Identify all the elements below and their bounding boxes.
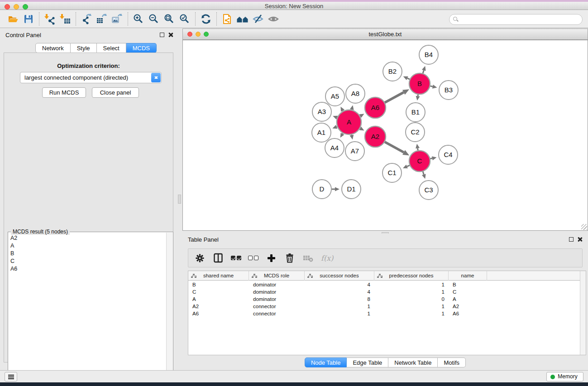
- refresh-button[interactable]: [198, 12, 214, 26]
- table-cell[interactable]: A6: [188, 310, 249, 318]
- column-header-shared-name[interactable]: shared name: [188, 271, 249, 281]
- network-canvas[interactable]: B4B2BB3A5A8A6B1A3AA1C2A2A4A7C4CC1C3DD1: [182, 40, 588, 231]
- mcds-result-scrollbar[interactable]: [166, 233, 172, 385]
- table-row-C[interactable]: Cdominator41C: [188, 289, 581, 296]
- table-cell[interactable]: A6: [449, 310, 487, 318]
- zoom-out-button[interactable]: [146, 12, 162, 26]
- table-settings-button[interactable]: [194, 252, 206, 264]
- first-neighbors-button[interactable]: [235, 12, 250, 26]
- table-row-A2[interactable]: A2connector11A2: [188, 303, 581, 310]
- table-cell[interactable]: C: [449, 289, 487, 296]
- graph-edge-C-C3[interactable]: [423, 172, 424, 175]
- zoom-selected-button[interactable]: [177, 12, 192, 26]
- open-session-button[interactable]: [5, 12, 21, 26]
- search-input[interactable]: [449, 14, 583, 25]
- memory-button[interactable]: Memory: [546, 372, 583, 381]
- table-cell[interactable]: 4: [305, 281, 374, 289]
- graph-edge-B-B4[interactable]: [423, 70, 424, 73]
- close-panel-icon[interactable]: [168, 32, 173, 38]
- save-session-button[interactable]: [21, 12, 36, 26]
- table-row-A6[interactable]: A6connector11A6: [188, 310, 581, 318]
- table-cell[interactable]: C: [188, 289, 249, 296]
- tab-node-table[interactable]: Node Table: [305, 357, 347, 367]
- delete-column-button[interactable]: [284, 252, 296, 264]
- table-cell[interactable]: A2: [188, 303, 249, 310]
- table-cell[interactable]: dominator: [249, 289, 305, 296]
- graph-edge-C-C1[interactable]: [407, 165, 410, 166]
- table-cell[interactable]: dominator: [249, 296, 305, 303]
- mcds-result-item[interactable]: A2: [8, 234, 166, 242]
- tab-motifs[interactable]: Motifs: [438, 357, 466, 367]
- import-table-button[interactable]: [57, 12, 73, 26]
- tab-network[interactable]: Network: [35, 43, 71, 53]
- import-network-button[interactable]: [42, 12, 57, 26]
- show-column-button[interactable]: [212, 252, 224, 264]
- delete-table-button-disabled[interactable]: [302, 252, 314, 264]
- tab-mcds[interactable]: MCDS: [126, 43, 157, 53]
- mcds-result-item[interactable]: A: [8, 242, 166, 249]
- optimization-criterion-dropdown[interactable]: largest connected component (directed): [20, 72, 162, 83]
- column-header-predecessor-nodes[interactable]: predecessor nodes: [374, 271, 449, 281]
- table-scrollbar[interactable]: [580, 271, 586, 355]
- unselect-all-columns-button[interactable]: [248, 256, 258, 260]
- graph-edge-B-B2[interactable]: [407, 78, 410, 79]
- mcds-result-item[interactable]: A6: [8, 265, 166, 272]
- table-float-panel-icon[interactable]: [569, 237, 574, 242]
- function-builder-button[interactable]: f(x): [321, 254, 333, 262]
- export-image-button[interactable]: [110, 12, 125, 26]
- table-cell[interactable]: B: [449, 281, 487, 289]
- table-cell[interactable]: 4: [305, 289, 374, 296]
- table-cell[interactable]: 1: [374, 281, 449, 289]
- graph-edge-B-B3[interactable]: [430, 86, 432, 86]
- table-close-panel-icon[interactable]: [577, 237, 583, 242]
- table-cell[interactable]: connector: [249, 303, 305, 310]
- mcds-result-list: A2ABCA6: [8, 234, 166, 385]
- tab-edge-table[interactable]: Edge Table: [347, 357, 388, 367]
- zoom-in-button[interactable]: [131, 12, 146, 26]
- show-all-button[interactable]: [266, 12, 281, 26]
- mcds-result-item[interactable]: C: [8, 257, 166, 265]
- table-cell[interactable]: 1: [374, 310, 449, 318]
- table-cell[interactable]: dominator: [249, 281, 305, 289]
- close-panel-button[interactable]: Close panel: [92, 87, 139, 98]
- network-graph: B4B2BB3A5A8A6B1A3AA1C2A2A4A7C4CC1C3DD1: [183, 40, 588, 230]
- column-header-successor-nodes[interactable]: successor nodes: [305, 271, 374, 281]
- table-cell[interactable]: 1: [374, 303, 449, 310]
- table-cell[interactable]: 8: [305, 296, 374, 303]
- zoom-fit-button[interactable]: [162, 12, 177, 26]
- graph-edge-B-B1[interactable]: [418, 95, 418, 96]
- export-table-button[interactable]: [94, 12, 110, 26]
- window-resize-grip[interactable]: [581, 224, 587, 230]
- select-all-columns-button[interactable]: [231, 256, 241, 260]
- table-cell[interactable]: 1: [305, 310, 374, 318]
- table-cell[interactable]: A2: [449, 303, 487, 310]
- table-cell[interactable]: connector: [249, 310, 305, 318]
- tab-select[interactable]: Select: [97, 43, 126, 53]
- run-mcds-button[interactable]: Run MCDS: [42, 87, 86, 98]
- table-row-B[interactable]: Bdominator41B: [188, 281, 581, 289]
- graph-edge-C-C4[interactable]: [430, 158, 432, 159]
- vertical-splitter[interactable]: [177, 28, 182, 368]
- float-panel-icon[interactable]: [160, 33, 164, 37]
- table-cell[interactable]: 0: [374, 296, 449, 303]
- vertical-splitter-grip[interactable]: [178, 195, 181, 204]
- hide-selected-button[interactable]: [250, 12, 266, 26]
- graph-edge-A6-B[interactable]: [385, 92, 404, 103]
- mcds-result-item[interactable]: B: [8, 249, 166, 257]
- column-header-MCDS-role[interactable]: MCDS role: [249, 271, 305, 281]
- table-cell[interactable]: A: [188, 296, 249, 303]
- table-cell[interactable]: A: [449, 296, 487, 303]
- table-cell[interactable]: B: [188, 281, 249, 289]
- tab-style[interactable]: Style: [71, 43, 97, 53]
- table-cell[interactable]: 1: [305, 303, 374, 310]
- new-network-from-selection-button[interactable]: [220, 12, 235, 26]
- tab-network-table[interactable]: Network Table: [388, 357, 438, 367]
- table-cell[interactable]: 1: [374, 289, 449, 296]
- table-row-A[interactable]: Adominator80A: [188, 296, 581, 303]
- graph-edge-A2-C[interactable]: [385, 142, 404, 152]
- create-column-button[interactable]: [265, 252, 277, 264]
- column-header-name[interactable]: name: [449, 271, 487, 281]
- graph-edge-C-C2[interactable]: [418, 148, 418, 151]
- export-network-button[interactable]: [79, 12, 94, 26]
- task-history-button[interactable]: [5, 372, 17, 381]
